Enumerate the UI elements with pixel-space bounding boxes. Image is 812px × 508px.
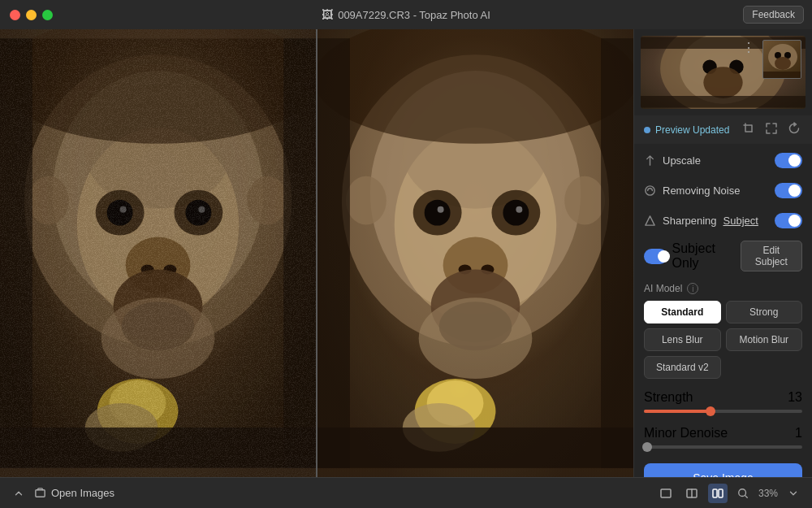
ai-model-label: AI Model — [644, 283, 682, 294]
before-image-panel — [0, 29, 316, 477]
upscale-toggle[interactable] — [775, 153, 802, 168]
chevron-down-icon — [788, 488, 799, 499]
title-label: 009A7229.CR3 - Topaz Photo AI — [338, 9, 490, 21]
svg-rect-69 — [719, 489, 723, 497]
maximize-button[interactable] — [42, 10, 53, 20]
upscale-icon — [644, 154, 656, 167]
upscale-label: Upscale — [663, 154, 701, 167]
minor-denoise-slider-track — [644, 445, 802, 449]
after-image — [317, 29, 633, 477]
preview-status-dot — [644, 127, 650, 133]
model-standard-button[interactable]: Standard — [644, 301, 721, 323]
strength-label: Strength — [644, 390, 693, 405]
sharpening-label: Sharpening — [663, 215, 717, 227]
model-grid: Standard Strong Lens Blur Motion Blur St… — [644, 301, 802, 379]
compare-view-icon — [711, 487, 724, 500]
view-split-button[interactable] — [682, 484, 702, 503]
refresh-icon-button[interactable] — [786, 120, 802, 139]
removing-noise-label: Removing Noise — [663, 185, 740, 197]
strength-slider-header: Strength 13 — [644, 390, 802, 405]
model-lens-blur-button[interactable]: Lens Blur — [644, 328, 721, 351]
expand-icon — [765, 122, 778, 135]
strength-value: 13 — [788, 390, 802, 405]
info-icon[interactable]: i — [687, 283, 698, 294]
minor-denoise-value: 1 — [795, 426, 802, 441]
zoom-icon — [737, 488, 749, 499]
view-compare-button[interactable] — [708, 484, 728, 503]
bottom-center-controls: 33% — [656, 484, 802, 503]
sharpening-icon — [644, 215, 656, 227]
chevron-up-icon — [13, 488, 24, 499]
image-area — [0, 29, 633, 477]
close-button[interactable] — [10, 10, 20, 20]
strength-slider-fill — [644, 410, 710, 413]
preview-action-icons — [741, 120, 802, 139]
subject-only-toggle[interactable] — [644, 249, 667, 264]
window-title: 🖼 009A7229.CR3 - Topaz Photo AI — [322, 8, 490, 21]
zoom-fit-button[interactable] — [734, 484, 752, 502]
zoom-level: 33% — [758, 488, 778, 499]
sharpening-toggle[interactable] — [775, 213, 802, 228]
refresh-icon — [788, 122, 801, 135]
svg-point-63 — [646, 186, 654, 195]
minor-denoise-slider-thumb[interactable] — [642, 442, 652, 452]
upscale-row: Upscale — [634, 147, 812, 174]
minimize-button[interactable] — [26, 10, 37, 20]
svg-rect-62 — [763, 72, 801, 79]
crop-icon — [742, 122, 755, 135]
sharpening-label-group: Sharpening Subject — [644, 215, 758, 227]
feedback-button[interactable]: Feedback — [743, 6, 804, 24]
subject-controls-row: Subject Only Edit Subject — [634, 237, 812, 278]
main-area: ⋮ Preview Updated — [0, 29, 812, 477]
title-bar: 🖼 009A7229.CR3 - Topaz Photo AI Feedback — [0, 0, 812, 29]
crop-icon-button[interactable] — [741, 120, 757, 139]
upscale-label-group: Upscale — [644, 154, 701, 167]
view-single-button[interactable] — [656, 484, 676, 503]
strength-slider-thumb[interactable] — [706, 406, 715, 416]
thumbnail-area: ⋮ — [634, 29, 812, 115]
noise-icon — [644, 185, 656, 197]
svg-point-61 — [775, 57, 791, 70]
chevron-up-button[interactable] — [10, 484, 28, 502]
open-images-icon — [34, 487, 46, 499]
model-strong-button[interactable]: Strong — [726, 301, 803, 323]
bottom-left-controls: Open Images — [10, 484, 650, 502]
ai-model-header: AI Model i — [644, 283, 802, 294]
open-images-label: Open Images — [51, 487, 114, 499]
chevron-down-button[interactable] — [784, 484, 802, 502]
thumbnail-more-button[interactable]: ⋮ — [742, 40, 755, 55]
minor-denoise-slider-header: Minor Denoise 1 — [644, 426, 802, 441]
before-image — [0, 29, 316, 477]
single-view-icon — [659, 487, 672, 500]
save-section: Save Image — [634, 455, 812, 477]
preview-status-bar: Preview Updated — [634, 115, 812, 144]
subject-only-toggle-group: Subject Only — [644, 241, 734, 271]
model-standard-v2-button[interactable]: Standard v2 — [644, 356, 721, 379]
right-panel: ⋮ Preview Updated — [633, 29, 812, 477]
sharpening-subject: Subject — [723, 215, 758, 227]
traffic-lights — [10, 10, 53, 20]
image-thumbnail — [641, 36, 806, 109]
open-images-button[interactable]: Open Images — [34, 487, 114, 499]
svg-rect-68 — [713, 489, 717, 497]
preview-label: Preview Updated — [644, 124, 729, 136]
model-motion-blur-button[interactable]: Motion Blur — [726, 328, 803, 351]
bottom-toolbar: Open Images 33% — [0, 477, 812, 508]
sharpening-row: Sharpening Subject — [634, 207, 812, 234]
strength-slider-track — [644, 410, 802, 413]
split-view-icon — [685, 487, 698, 500]
preview-status-text: Preview Updated — [655, 124, 729, 136]
edit-subject-button[interactable]: Edit Subject — [741, 241, 802, 271]
removing-noise-label-group: Removing Noise — [644, 185, 740, 197]
strength-slider-section: Strength 13 — [634, 384, 812, 419]
subject-only-label: Subject Only — [672, 241, 734, 271]
svg-rect-65 — [661, 489, 671, 497]
removing-noise-row: Removing Noise — [634, 177, 812, 204]
expand-icon-button[interactable] — [763, 120, 780, 139]
after-image-panel — [317, 29, 633, 477]
minor-denoise-label: Minor Denoise — [644, 426, 728, 441]
save-image-button[interactable]: Save Image — [644, 463, 802, 477]
ai-model-section: AI Model i Standard Strong Lens Blur Mot… — [634, 278, 812, 384]
removing-noise-toggle[interactable] — [775, 183, 802, 198]
svg-rect-57 — [641, 96, 806, 108]
